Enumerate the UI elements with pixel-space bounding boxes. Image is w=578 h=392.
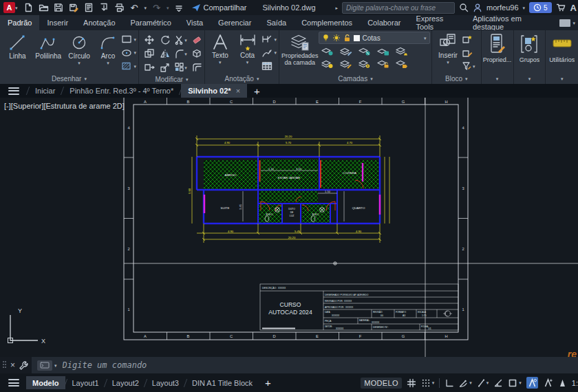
annotation-scale-icon[interactable] — [558, 378, 567, 388]
dimension-caret-icon[interactable]: ▾ — [246, 60, 249, 65]
line-tool-button[interactable]: Linha — [2, 32, 33, 74]
table-tool-button[interactable] — [261, 61, 277, 72]
drag-handle-icon[interactable] — [3, 361, 7, 369]
file-tab-iniciar[interactable]: Iniciar — [28, 84, 62, 98]
rotate-tool-button[interactable] — [157, 34, 173, 45]
ribbon-tab-express-tools[interactable]: Express Tools — [408, 15, 464, 30]
undo-icon[interactable]: ↶ — [129, 3, 140, 13]
polar-tracking-toggle[interactable]: ▾ — [458, 378, 472, 388]
fillet-tool-button[interactable]: ▾ — [173, 48, 189, 59]
layer-unlock-all-icon[interactable] — [377, 58, 389, 69]
mirror-tool-button[interactable] — [157, 48, 173, 59]
save-as-icon[interactable] — [69, 3, 79, 13]
erase-tool-button[interactable] — [189, 34, 204, 45]
snap-mode-toggle[interactable]: ▾ — [421, 378, 435, 388]
viewport-controls[interactable]: [-][Superior][Estrutura de arame 2D] — [4, 102, 125, 110]
redo-caret-icon[interactable]: ▾ — [167, 6, 169, 10]
stretch-tool-button[interactable] — [141, 62, 157, 73]
multileader-tool-button[interactable]: ▾ — [261, 47, 277, 58]
leader-tool-button[interactable]: ▾ — [261, 34, 277, 45]
cart-icon[interactable] — [556, 3, 566, 12]
ribbon-tab-anotacao[interactable]: Anotação — [76, 15, 122, 30]
ribbon-tab-vista[interactable]: Vista — [179, 15, 211, 30]
text-caret-icon[interactable]: ▾ — [219, 60, 222, 65]
layer-lock-icon[interactable] — [396, 46, 408, 56]
layer-isolate-icon[interactable] — [321, 46, 334, 56]
ribbon-tab-colaborar[interactable]: Colaborar — [360, 15, 408, 30]
ribbon-display-options[interactable]: ▾ — [557, 15, 578, 30]
set-base-point-button[interactable]: ▾ — [462, 61, 475, 72]
panel-label-desenhar[interactable]: Desenhar▾ — [0, 74, 138, 84]
customize-qat-icon[interactable] — [174, 3, 184, 13]
file-tab-pinhao[interactable]: Pinhão Entr. Red.3º - 4º Terno* — [63, 84, 180, 98]
new-file-icon[interactable] — [23, 3, 34, 13]
new-layout-button[interactable]: + — [259, 377, 277, 389]
insert-block-button[interactable]: Inserir ▾ — [434, 32, 462, 74]
undo-caret-icon[interactable]: ▾ — [144, 6, 147, 10]
panel-label-grupos[interactable]: ▾ — [514, 74, 546, 84]
ribbon-tab-saida[interactable]: Saída — [259, 15, 294, 30]
annotation-scale-value[interactable]: 1: — [572, 379, 578, 387]
create-block-button[interactable] — [462, 34, 475, 45]
trim-tool-button[interactable]: ▾ — [173, 34, 189, 45]
layout-tab-layout1[interactable]: Layout1 — [66, 376, 105, 389]
help-search-input[interactable] — [342, 2, 455, 14]
export-icon[interactable] — [99, 3, 109, 13]
layout-tab-layout3[interactable]: Layout3 — [146, 376, 185, 389]
model-space-toggle[interactable]: MODELO — [361, 378, 401, 389]
ribbon-tab-inserir[interactable]: Inserir — [39, 15, 76, 30]
close-command-bar-icon[interactable]: × — [10, 360, 15, 370]
layout-tab-layout2[interactable]: Layout2 — [106, 376, 145, 389]
layer-tag-icon[interactable] — [396, 58, 408, 69]
arc-caret-icon[interactable]: ▾ — [107, 61, 109, 65]
move-tool-button[interactable] — [141, 34, 157, 45]
model-space[interactable]: [-][Superior][Estrutura de arame 2D] A B… — [0, 98, 578, 357]
ribbon-tab-complementos[interactable]: Complementos — [294, 15, 360, 30]
copy-tool-button[interactable] — [141, 48, 157, 59]
plot-icon[interactable] — [84, 3, 94, 13]
layer-match-icon[interactable] — [340, 46, 352, 56]
layout-menu-icon[interactable] — [8, 379, 19, 386]
layer-freeze-icon[interactable] — [377, 46, 389, 56]
redo-icon[interactable]: ↷ — [151, 3, 162, 13]
username[interactable]: morfeu96 — [486, 3, 518, 12]
ellipse-tool-button[interactable]: ▾ — [121, 47, 136, 58]
new-drawing-tab-button[interactable]: + — [247, 84, 267, 98]
ribbon-tab-parametrico[interactable]: Paramétrico — [123, 15, 179, 30]
search-chevron-icon[interactable]: ▸ — [336, 6, 339, 10]
ribbon-tab-padrao[interactable]: Padrão — [0, 15, 39, 30]
file-tab-silvinho[interactable]: Silvinho 02* × — [181, 84, 247, 98]
layer-thaw-all-icon[interactable] — [340, 58, 352, 69]
ortho-mode-toggle[interactable] — [445, 378, 453, 388]
customize-wrench-icon[interactable] — [19, 360, 28, 370]
layout-tab-din-a1[interactable]: DIN A1 Title Block — [186, 376, 259, 389]
search-icon[interactable] — [459, 3, 469, 12]
autocad-logo[interactable]: A — [3, 2, 15, 13]
panel-grupos[interactable]: Grupos ▾ — [514, 30, 546, 84]
rectangle-tool-button[interactable]: ▾ — [121, 34, 136, 45]
array-tool-button[interactable]: ▾ — [173, 62, 189, 73]
panel-label-modificar[interactable]: Modificar▾ — [139, 74, 204, 84]
panel-propriedades[interactable]: Propried... ▾ — [482, 30, 514, 84]
ribbon-tab-gerenciar[interactable]: Gerenciar — [211, 15, 259, 30]
object-snap-toggle[interactable]: ▾ — [508, 378, 522, 388]
text-tool-button[interactable]: Texto ▾ — [207, 32, 233, 74]
panel-label-bloco[interactable]: Bloco▾ — [432, 74, 481, 84]
app-menu-caret-icon[interactable]: ▾ — [15, 6, 18, 10]
edit-block-button[interactable] — [462, 47, 475, 58]
autoscale-toggle[interactable] — [543, 378, 553, 388]
scale-tool-button[interactable] — [157, 62, 173, 73]
isometric-drafting-toggle[interactable]: ▾ — [477, 378, 489, 388]
layer-properties-button[interactable]: Propriedades da camada — [281, 32, 319, 74]
layer-select[interactable]: Cotas ▾ — [319, 32, 430, 44]
layout-tab-modelo[interactable]: Modelo — [26, 376, 65, 389]
trial-countdown-badge[interactable]: 5 — [529, 2, 552, 13]
circle-tool-button[interactable]: Círculo ▾ — [64, 32, 95, 74]
save-icon[interactable] — [54, 3, 64, 13]
polyline-tool-button[interactable]: Polilinha — [33, 32, 64, 74]
panel-label-propriedades[interactable]: ▾ — [482, 74, 513, 84]
panel-utilitarios[interactable]: Utilitários ▾ — [546, 30, 578, 84]
panel-label-anotacao[interactable]: Anotação▾ — [205, 74, 279, 84]
file-tab-menu-icon[interactable] — [8, 84, 19, 98]
printer-icon[interactable] — [114, 3, 125, 13]
